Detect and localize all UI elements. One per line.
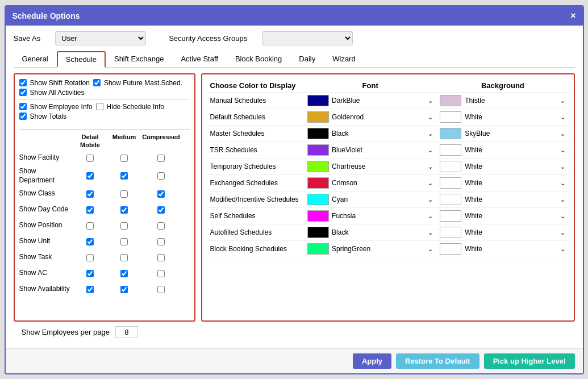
ac-detail[interactable] [86,270,94,277]
security-select[interactable] [262,31,353,45]
checkbox-future-mast[interactable] [93,79,101,86]
department-compressed[interactable] [157,172,165,180]
bg-dropdown-arrow[interactable]: ⌄ [557,125,569,141]
unit-detail[interactable] [86,238,94,245]
close-button[interactable]: × [570,11,576,21]
grid-row-daycode: Show Day Code [19,203,190,216]
font-swatch [307,243,329,255]
employees-per-page-label: Show Employees per page [22,328,110,336]
checkbox-row-totals: Show Totals [19,113,190,120]
department-medium[interactable] [120,172,128,180]
bg-dropdown-arrow[interactable]: ⌄ [557,92,569,109]
bg-name: White [465,245,553,253]
tab-general[interactable]: General [14,51,57,68]
class-compressed[interactable] [157,190,165,198]
tabs-row: General Schedule Shift Exchange Active S… [14,51,575,68]
employees-per-page-input[interactable] [115,326,138,338]
schedule-type-label: Master Schedules [207,125,305,141]
font-name: Black [332,228,421,236]
font-cell: Fuchsia [304,207,424,224]
position-detail[interactable] [86,222,94,230]
unit-medium[interactable] [120,238,128,245]
task-detail[interactable] [86,254,94,261]
tab-active-staff[interactable]: Active Staff [172,51,227,68]
font-cell: DarkBlue [304,92,424,109]
tab-shift-exchange[interactable]: Shift Exchange [106,51,172,68]
font-dropdown-arrow[interactable]: ⌄ [424,125,436,141]
font-dropdown-arrow[interactable]: ⌄ [424,224,436,240]
position-medium[interactable] [120,222,128,230]
font-dropdown-arrow[interactable]: ⌄ [424,92,436,109]
tab-block-booking[interactable]: Block Booking [227,51,290,68]
color-table-row: Temporary SchedulesChartreuse⌄White⌄ [207,158,569,174]
background-cell: White [436,207,557,224]
font-dropdown-arrow[interactable]: ⌄ [424,158,436,174]
label-all-activities: Show All Activities [30,89,85,97]
apply-button[interactable]: Apply [353,353,391,369]
row-label-daycode: Show Day Code [19,205,73,214]
bg-swatch [440,95,461,106]
font-swatch [307,111,329,123]
availability-detail[interactable] [86,286,94,293]
checkbox-show-totals[interactable] [19,113,27,120]
tab-schedule[interactable]: Schedule [57,51,106,68]
grid-row-availability: Show Availability [19,282,190,296]
facility-compressed[interactable] [157,155,165,162]
class-detail[interactable] [86,190,94,198]
grid-row-class: Show Class [19,187,190,201]
color-table-row: Exchanged SchedulesCrimson⌄White⌄ [207,174,569,191]
background-cell: Thistle [436,92,557,109]
bg-dropdown-arrow[interactable]: ⌄ [557,158,569,174]
bg-dropdown-arrow[interactable]: ⌄ [557,207,569,224]
tab-wizard[interactable]: Wizard [324,51,364,68]
font-dropdown-arrow[interactable]: ⌄ [424,240,436,257]
tab-daily[interactable]: Daily [290,51,324,68]
font-name: Crimson [332,179,421,187]
font-dropdown-arrow[interactable]: ⌄ [424,207,436,224]
daycode-detail[interactable] [86,206,94,214]
checkbox-employee-info[interactable] [19,103,27,110]
bg-dropdown-arrow[interactable]: ⌄ [557,224,569,240]
checkbox-shift-rotation[interactable] [19,79,27,86]
task-medium[interactable] [120,254,128,261]
checkbox-all-activities[interactable] [19,89,27,96]
row-label-task: Show Task [19,253,73,262]
availability-medium[interactable] [120,286,128,293]
checkbox-hide-schedule-info[interactable] [96,103,103,110]
font-cell: Cyan [304,191,424,207]
bg-dropdown-arrow[interactable]: ⌄ [557,109,569,125]
availability-compressed[interactable] [157,286,165,293]
daycode-medium[interactable] [120,206,128,214]
restore-button[interactable]: Restore To Default [396,353,479,369]
schedule-type-label: TSR Schedules [207,141,305,158]
font-dropdown-arrow[interactable]: ⌄ [424,141,436,158]
bg-dropdown-arrow[interactable]: ⌄ [557,174,569,191]
position-compressed[interactable] [157,222,165,230]
font-dropdown-arrow[interactable]: ⌄ [424,174,436,191]
class-medium[interactable] [120,190,128,198]
save-as-select[interactable]: User Admin Global [55,31,146,45]
font-cell: Crimson [304,174,424,191]
bg-dropdown-arrow[interactable]: ⌄ [557,191,569,207]
daycode-compressed[interactable] [157,206,165,214]
ac-compressed[interactable] [157,270,165,277]
bg-swatch [440,194,461,205]
pickup-button[interactable]: Pick up Higher Level [484,353,575,369]
facility-detail[interactable] [86,155,94,162]
bg-swatch [440,210,461,222]
color-table-row: Block Booking SchedulesSpringGreen⌄White… [207,240,569,257]
font-name: SpringGreen [332,245,421,253]
font-dropdown-arrow[interactable]: ⌄ [424,109,436,125]
facility-medium[interactable] [120,155,128,162]
task-compressed[interactable] [157,254,165,261]
bg-name: White [465,113,553,121]
grid-row-position: Show Position [19,219,190,232]
ac-medium[interactable] [120,270,128,277]
font-swatch [307,227,329,238]
unit-compressed[interactable] [157,238,165,245]
font-name: Fuchsia [332,212,421,220]
department-detail[interactable] [86,172,94,180]
bg-dropdown-arrow[interactable]: ⌄ [557,240,569,257]
bg-dropdown-arrow[interactable]: ⌄ [557,141,569,158]
font-dropdown-arrow[interactable]: ⌄ [424,191,436,207]
